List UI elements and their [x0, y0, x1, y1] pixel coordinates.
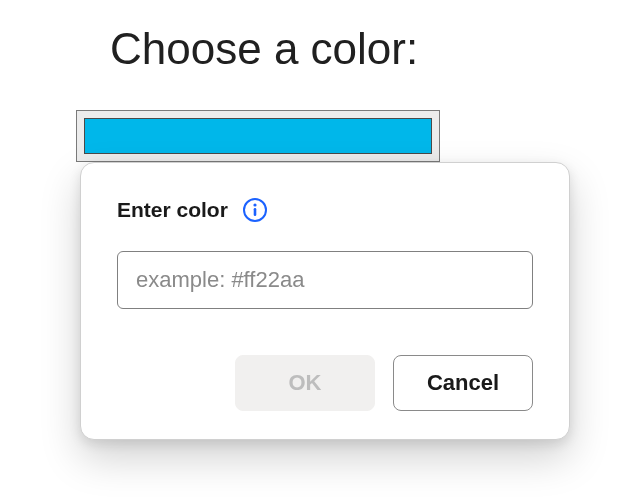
ok-button[interactable]: OK	[235, 355, 375, 411]
popover-header: Enter color	[117, 197, 533, 223]
svg-rect-2	[254, 208, 257, 216]
popover-title: Enter color	[117, 198, 228, 222]
page-title: Choose a color:	[110, 24, 418, 74]
color-swatch-fill	[84, 118, 432, 154]
color-swatch[interactable]	[76, 110, 440, 162]
color-entry-popover: Enter color OK Cancel	[80, 162, 570, 440]
info-icon[interactable]	[242, 197, 268, 223]
svg-point-1	[253, 203, 256, 206]
button-row: OK Cancel	[117, 355, 533, 411]
cancel-button[interactable]: Cancel	[393, 355, 533, 411]
color-input[interactable]	[117, 251, 533, 309]
